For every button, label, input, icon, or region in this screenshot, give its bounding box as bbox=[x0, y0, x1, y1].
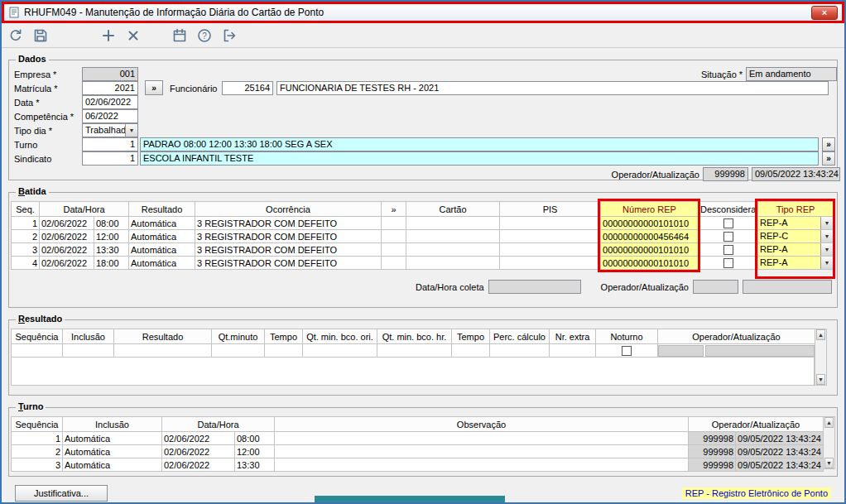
scroll-down-arrow[interactable]: ▼ bbox=[824, 458, 834, 468]
cell-resultado[interactable]: Automática bbox=[129, 243, 195, 257]
funcionario-lookup-button[interactable]: » bbox=[145, 80, 163, 95]
dropdown-arrow-icon[interactable]: ▼ bbox=[820, 230, 833, 242]
cell-numero-rep[interactable]: 00000000000101010 bbox=[601, 217, 699, 230]
cell-pis[interactable] bbox=[500, 217, 601, 230]
turno-field[interactable]: 1 bbox=[82, 137, 138, 151]
cell-tempo-2[interactable] bbox=[452, 344, 490, 358]
cell-tempo[interactable] bbox=[265, 344, 303, 358]
cell-ocorrencia[interactable]: 3 REGISTRADOR COM DEFEITO bbox=[195, 230, 382, 243]
desconsiderar-checkbox[interactable] bbox=[723, 245, 733, 255]
cell-observacao[interactable] bbox=[275, 458, 689, 472]
cell-data[interactable]: 02/06/2022 bbox=[40, 217, 94, 230]
sindicato-field[interactable]: 1 bbox=[82, 151, 138, 166]
tipo-rep-select[interactable]: REP-C▼ bbox=[758, 230, 833, 242]
cell-inclusao[interactable]: Automática bbox=[63, 458, 162, 472]
desconsiderar-checkbox[interactable] bbox=[723, 218, 733, 228]
cell-data[interactable]: 02/06/2022 bbox=[40, 230, 94, 243]
desconsiderar-checkbox[interactable] bbox=[723, 258, 733, 268]
turno-desc-field[interactable]: PADRAO 08:00 12:00 13:30 18:00 SEG A SEX bbox=[140, 137, 819, 151]
cell-nr-extra[interactable] bbox=[550, 344, 596, 358]
dropdown-arrow-icon[interactable]: ▼ bbox=[820, 243, 833, 256]
refresh-button[interactable] bbox=[5, 26, 26, 46]
delete-button[interactable] bbox=[123, 26, 144, 46]
justificativa-button[interactable]: Justificativa... bbox=[15, 485, 108, 502]
help-button[interactable]: ? bbox=[194, 26, 215, 46]
cell-seq[interactable]: 4 bbox=[12, 257, 40, 270]
save-button[interactable] bbox=[30, 26, 51, 46]
cell-seq[interactable]: 2 bbox=[12, 230, 40, 243]
cell-seq[interactable]: 1 bbox=[12, 217, 40, 230]
competencia-field[interactable]: 06/2022 bbox=[82, 109, 138, 123]
calendar-button[interactable] bbox=[169, 26, 190, 46]
cell-goto[interactable] bbox=[382, 257, 406, 270]
cell-resultado[interactable]: Automática bbox=[129, 217, 195, 230]
cell-pis[interactable] bbox=[500, 243, 601, 257]
funcionario-num-field[interactable]: 25164 bbox=[222, 81, 273, 95]
cell-hora[interactable]: 08:00 bbox=[94, 217, 129, 230]
cell-observacao[interactable] bbox=[275, 432, 689, 445]
cell-cartao[interactable] bbox=[406, 257, 500, 270]
cell-sequencia[interactable]: 1 bbox=[12, 432, 63, 445]
cell-hora[interactable]: 08:00 bbox=[235, 432, 275, 445]
cell-ocorrencia[interactable]: 3 REGISTRADOR COM DEFEITO bbox=[195, 217, 382, 230]
cell-sequencia[interactable]: 3 bbox=[12, 458, 63, 472]
cell-ocorrencia[interactable]: 3 REGISTRADOR COM DEFEITO bbox=[195, 257, 382, 270]
cell-seq[interactable]: 3 bbox=[12, 243, 40, 257]
cell-hora[interactable]: 12:00 bbox=[94, 230, 129, 243]
cell-hora[interactable]: 13:30 bbox=[235, 458, 275, 472]
cell-inclusao[interactable] bbox=[63, 344, 114, 358]
cell-hora[interactable]: 13:30 bbox=[94, 243, 129, 257]
cell-goto[interactable] bbox=[382, 230, 406, 243]
cell-ocorrencia[interactable]: 3 REGISTRADOR COM DEFEITO bbox=[195, 243, 382, 257]
scroll-down-arrow[interactable]: ▼ bbox=[816, 374, 825, 385]
turno-scrollbar[interactable]: ▲ ▼ bbox=[823, 416, 835, 469]
dropdown-arrow-icon[interactable]: ▼ bbox=[125, 124, 137, 137]
dropdown-arrow-icon[interactable]: ▼ bbox=[820, 217, 833, 229]
data-field[interactable]: 02/06/2022 bbox=[82, 95, 138, 109]
cell-resultado[interactable]: Automática bbox=[129, 257, 195, 270]
cell-inclusao[interactable]: Automática bbox=[63, 445, 162, 458]
cell-qt-minuto[interactable] bbox=[212, 344, 265, 358]
exit-button[interactable] bbox=[219, 26, 240, 46]
close-button[interactable]: × bbox=[811, 6, 838, 20]
sindicato-lookup-button[interactable]: » bbox=[822, 151, 835, 166]
cell-cartao[interactable] bbox=[406, 217, 500, 230]
cell-qt-min-bco-hr[interactable] bbox=[377, 344, 452, 358]
matricula-field[interactable]: 2021 bbox=[82, 81, 138, 95]
cell-goto[interactable] bbox=[382, 243, 406, 257]
desconsiderar-checkbox[interactable] bbox=[723, 232, 733, 242]
col-goto[interactable]: » bbox=[382, 202, 406, 217]
resultado-scrollbar[interactable]: ▲ ▼ bbox=[815, 329, 827, 386]
cell-pis[interactable] bbox=[500, 257, 601, 270]
cell-numero-rep[interactable]: 00000000000101010 bbox=[601, 243, 699, 257]
add-button[interactable] bbox=[98, 26, 119, 46]
cell-resultado[interactable]: Automática bbox=[129, 230, 195, 243]
cell-perc-calculo[interactable] bbox=[490, 344, 550, 358]
cell-inclusao[interactable]: Automática bbox=[63, 432, 162, 445]
tipo-rep-select[interactable]: REP-A▼ bbox=[758, 217, 833, 229]
cell-goto[interactable] bbox=[382, 217, 406, 230]
cell-sequencia[interactable]: 2 bbox=[12, 445, 63, 458]
cell-sequencia[interactable] bbox=[12, 344, 63, 358]
scroll-up-arrow[interactable]: ▲ bbox=[816, 329, 825, 340]
tipo-dia-select[interactable]: Trabalhad ▼ bbox=[82, 123, 138, 137]
cell-numero-rep[interactable]: 00000000000101010 bbox=[601, 257, 699, 270]
cell-observacao[interactable] bbox=[275, 445, 689, 458]
cell-data[interactable]: 02/06/2022 bbox=[162, 432, 235, 445]
dropdown-arrow-icon[interactable]: ▼ bbox=[820, 257, 833, 269]
tipo-rep-select[interactable]: REP-A▼ bbox=[758, 243, 833, 256]
title-bar[interactable]: RHUFM049 - Manutenção de Informação Diár… bbox=[2, 2, 844, 23]
cell-hora[interactable]: 12:00 bbox=[235, 445, 275, 458]
cell-data[interactable]: 02/06/2022 bbox=[40, 243, 94, 257]
cell-hora[interactable]: 18:00 bbox=[94, 257, 129, 270]
cell-cartao[interactable] bbox=[406, 243, 500, 257]
cell-data[interactable]: 02/06/2022 bbox=[162, 458, 235, 472]
cell-resultado[interactable] bbox=[114, 344, 212, 358]
cell-qt-min-bco-ori[interactable] bbox=[303, 344, 377, 358]
scroll-up-arrow[interactable]: ▲ bbox=[824, 417, 834, 428]
cell-pis[interactable] bbox=[500, 230, 601, 243]
tipo-rep-select[interactable]: REP-A▼ bbox=[758, 257, 833, 269]
cell-numero-rep[interactable]: 00000000000456464 bbox=[601, 230, 699, 243]
cell-data[interactable]: 02/06/2022 bbox=[162, 445, 235, 458]
noturno-checkbox[interactable] bbox=[622, 346, 632, 356]
